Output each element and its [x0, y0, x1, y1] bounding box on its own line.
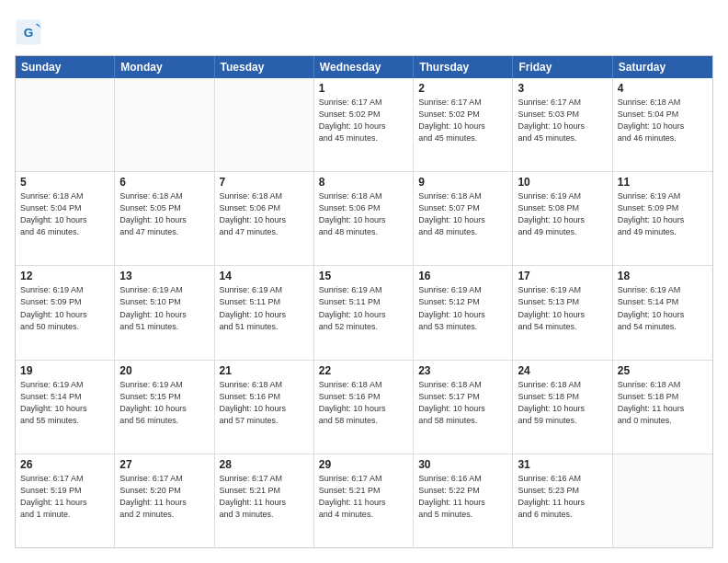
day-number: 1 — [319, 82, 408, 95]
day-number: 13 — [119, 270, 209, 282]
calendar-cell: 18Sunrise: 6:19 AM Sunset: 5:14 PM Dayli… — [613, 266, 712, 359]
calendar-cell: 30Sunrise: 6:16 AM Sunset: 5:22 PM Dayli… — [414, 454, 513, 547]
calendar-cell: 7Sunrise: 6:18 AM Sunset: 5:06 PM Daylig… — [215, 172, 314, 265]
header-day: Saturday — [613, 56, 712, 78]
logo-icon: G — [15, 18, 42, 46]
day-number: 8 — [319, 176, 408, 189]
calendar-cell: 26Sunrise: 6:17 AM Sunset: 5:19 PM Dayli… — [16, 454, 115, 547]
calendar-cell: 13Sunrise: 6:19 AM Sunset: 5:10 PM Dayli… — [115, 266, 214, 359]
day-number: 7 — [220, 176, 309, 189]
day-number: 9 — [418, 176, 507, 189]
calendar-cell: 10Sunrise: 6:19 AM Sunset: 5:08 PM Dayli… — [513, 172, 612, 265]
day-info: Sunrise: 6:18 AM Sunset: 5:16 PM Dayligh… — [319, 379, 408, 427]
day-number: 27 — [119, 458, 209, 471]
header: G — [15, 15, 713, 46]
day-number: 5 — [20, 176, 109, 189]
day-info: Sunrise: 6:19 AM Sunset: 5:11 PM Dayligh… — [220, 284, 309, 332]
day-number: 23 — [418, 364, 507, 377]
day-number: 21 — [220, 364, 309, 377]
calendar-cell: 1Sunrise: 6:17 AM Sunset: 5:02 PM Daylig… — [314, 78, 414, 171]
day-number: 17 — [518, 270, 607, 282]
calendar-cell: 4Sunrise: 6:18 AM Sunset: 5:04 PM Daylig… — [613, 78, 712, 171]
day-number: 30 — [418, 458, 507, 471]
header-day: Tuesday — [215, 56, 314, 78]
day-info: Sunrise: 6:19 AM Sunset: 5:10 PM Dayligh… — [119, 284, 209, 332]
calendar-cell: 15Sunrise: 6:19 AM Sunset: 5:11 PM Dayli… — [314, 266, 414, 359]
calendar-row: 5Sunrise: 6:18 AM Sunset: 5:04 PM Daylig… — [16, 172, 712, 266]
calendar-cell: 5Sunrise: 6:18 AM Sunset: 5:04 PM Daylig… — [16, 172, 115, 265]
day-info: Sunrise: 6:19 AM Sunset: 5:13 PM Dayligh… — [518, 284, 607, 332]
day-info: Sunrise: 6:18 AM Sunset: 5:04 PM Dayligh… — [20, 190, 109, 238]
day-info: Sunrise: 6:17 AM Sunset: 5:21 PM Dayligh… — [319, 473, 408, 521]
day-number: 22 — [319, 364, 408, 377]
calendar-cell: 12Sunrise: 6:19 AM Sunset: 5:09 PM Dayli… — [16, 266, 115, 359]
calendar-cell: 25Sunrise: 6:18 AM Sunset: 5:18 PM Dayli… — [613, 361, 712, 454]
day-info: Sunrise: 6:16 AM Sunset: 5:23 PM Dayligh… — [518, 473, 607, 521]
day-info: Sunrise: 6:18 AM Sunset: 5:16 PM Dayligh… — [220, 379, 309, 427]
day-number: 28 — [220, 458, 309, 471]
day-number: 11 — [618, 176, 708, 189]
calendar-cell — [16, 78, 115, 171]
header-day: Thursday — [414, 56, 513, 78]
day-number: 14 — [220, 270, 309, 282]
calendar-cell: 22Sunrise: 6:18 AM Sunset: 5:16 PM Dayli… — [314, 361, 414, 454]
calendar-cell: 19Sunrise: 6:19 AM Sunset: 5:14 PM Dayli… — [16, 361, 115, 454]
calendar-cell: 28Sunrise: 6:17 AM Sunset: 5:21 PM Dayli… — [215, 454, 314, 547]
calendar-cell — [613, 454, 712, 547]
day-info: Sunrise: 6:19 AM Sunset: 5:09 PM Dayligh… — [20, 284, 109, 332]
day-number: 12 — [20, 270, 109, 282]
calendar-cell: 11Sunrise: 6:19 AM Sunset: 5:09 PM Dayli… — [613, 172, 712, 265]
day-number: 3 — [518, 82, 607, 95]
calendar-cell: 27Sunrise: 6:17 AM Sunset: 5:20 PM Dayli… — [115, 454, 214, 547]
day-info: Sunrise: 6:19 AM Sunset: 5:09 PM Dayligh… — [618, 190, 708, 238]
calendar-row: 12Sunrise: 6:19 AM Sunset: 5:09 PM Dayli… — [16, 266, 712, 360]
day-number: 29 — [319, 458, 408, 471]
calendar: SundayMondayTuesdayWednesdayThursdayFrid… — [15, 55, 713, 548]
day-number: 25 — [618, 364, 708, 377]
day-info: Sunrise: 6:17 AM Sunset: 5:21 PM Dayligh… — [220, 473, 309, 521]
day-number: 20 — [119, 364, 209, 377]
day-number: 4 — [618, 82, 708, 95]
calendar-cell: 16Sunrise: 6:19 AM Sunset: 5:12 PM Dayli… — [414, 266, 513, 359]
day-info: Sunrise: 6:18 AM Sunset: 5:06 PM Dayligh… — [319, 190, 408, 238]
calendar-cell: 21Sunrise: 6:18 AM Sunset: 5:16 PM Dayli… — [215, 361, 314, 454]
calendar-cell — [215, 78, 314, 171]
day-number: 19 — [20, 364, 109, 377]
day-info: Sunrise: 6:18 AM Sunset: 5:18 PM Dayligh… — [518, 379, 607, 427]
calendar-cell: 29Sunrise: 6:17 AM Sunset: 5:21 PM Dayli… — [314, 454, 414, 547]
header-day: Wednesday — [314, 56, 414, 78]
calendar-header: SundayMondayTuesdayWednesdayThursdayFrid… — [16, 56, 712, 78]
day-info: Sunrise: 6:18 AM Sunset: 5:05 PM Dayligh… — [119, 190, 209, 238]
day-info: Sunrise: 6:19 AM Sunset: 5:11 PM Dayligh… — [319, 284, 408, 332]
calendar-cell: 14Sunrise: 6:19 AM Sunset: 5:11 PM Dayli… — [215, 266, 314, 359]
day-number: 15 — [319, 270, 408, 282]
day-number: 6 — [119, 176, 209, 189]
calendar-row: 19Sunrise: 6:19 AM Sunset: 5:14 PM Dayli… — [16, 361, 712, 454]
day-info: Sunrise: 6:17 AM Sunset: 5:03 PM Dayligh… — [518, 97, 607, 144]
day-info: Sunrise: 6:17 AM Sunset: 5:20 PM Dayligh… — [119, 473, 209, 521]
day-info: Sunrise: 6:18 AM Sunset: 5:17 PM Dayligh… — [418, 379, 507, 427]
day-number: 26 — [20, 458, 109, 471]
day-info: Sunrise: 6:17 AM Sunset: 5:02 PM Dayligh… — [319, 97, 408, 144]
calendar-cell: 31Sunrise: 6:16 AM Sunset: 5:23 PM Dayli… — [513, 454, 612, 547]
calendar-cell: 24Sunrise: 6:18 AM Sunset: 5:18 PM Dayli… — [513, 361, 612, 454]
calendar-cell: 3Sunrise: 6:17 AM Sunset: 5:03 PM Daylig… — [513, 78, 612, 171]
svg-text:G: G — [24, 26, 34, 40]
day-info: Sunrise: 6:17 AM Sunset: 5:02 PM Dayligh… — [418, 97, 507, 144]
day-info: Sunrise: 6:19 AM Sunset: 5:08 PM Dayligh… — [518, 190, 607, 238]
day-number: 24 — [518, 364, 607, 377]
day-number: 10 — [518, 176, 607, 189]
day-info: Sunrise: 6:19 AM Sunset: 5:15 PM Dayligh… — [119, 379, 209, 427]
page: G SundayMondayTuesdayWednesdayThursdayFr… — [0, 0, 728, 563]
day-info: Sunrise: 6:18 AM Sunset: 5:18 PM Dayligh… — [618, 379, 708, 427]
header-day: Sunday — [16, 56, 115, 78]
calendar-cell: 9Sunrise: 6:18 AM Sunset: 5:07 PM Daylig… — [414, 172, 513, 265]
day-number: 31 — [518, 458, 607, 471]
day-info: Sunrise: 6:18 AM Sunset: 5:04 PM Dayligh… — [618, 97, 708, 144]
logo: G — [15, 18, 46, 46]
header-day: Monday — [115, 56, 214, 78]
calendar-cell: 8Sunrise: 6:18 AM Sunset: 5:06 PM Daylig… — [314, 172, 414, 265]
day-info: Sunrise: 6:18 AM Sunset: 5:07 PM Dayligh… — [418, 190, 507, 238]
day-info: Sunrise: 6:18 AM Sunset: 5:06 PM Dayligh… — [220, 190, 309, 238]
day-info: Sunrise: 6:19 AM Sunset: 5:14 PM Dayligh… — [618, 284, 708, 332]
